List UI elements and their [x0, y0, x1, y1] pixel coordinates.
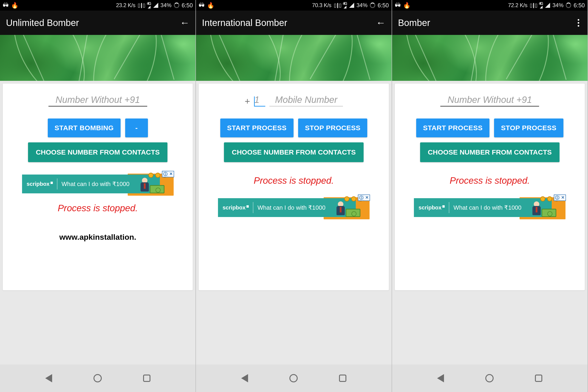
main-card: START PROCESS STOP PROCESS CHOOSE NUMBER… [395, 84, 585, 290]
nav-home-icon[interactable] [290, 374, 298, 382]
nav-recent-icon[interactable] [339, 374, 346, 382]
back-icon[interactable]: ← [180, 17, 190, 28]
nav-home-icon[interactable] [485, 374, 494, 382]
phone-input[interactable] [440, 94, 539, 106]
app-title: Bomber [398, 18, 430, 28]
app-title: Unlimited Bomber [6, 18, 79, 28]
app-bar: Unlimited Bomber ← [0, 10, 196, 35]
ad-choices[interactable]: ⓘ✕ [162, 171, 174, 177]
hero-image [0, 35, 196, 81]
nav-back-icon[interactable] [45, 374, 52, 382]
nav-back-icon[interactable] [241, 374, 248, 382]
ad-banner[interactable]: scripbox What can I do with ₹1000 ⓘ✕ [218, 196, 370, 219]
ad-text: What can I do with ₹1000 [62, 180, 130, 188]
screen-bomber: 🕶 🔥 72.2 K/s ▯❙▯ 4G◢ 34% 6:50 Bomber STA… [392, 0, 588, 392]
app-icon: 🔥 [207, 2, 214, 9]
nav-bar [196, 364, 392, 392]
network-type: 4G◢ [147, 2, 151, 9]
net-speed: 23.2 K/s [116, 2, 135, 8]
ad-logo: scripbox [222, 204, 249, 211]
back-icon[interactable]: ← [376, 17, 386, 28]
start-button[interactable]: START PROCESS [220, 118, 294, 137]
ad-choices[interactable]: ⓘ✕ [554, 194, 566, 201]
clock: 6:50 [378, 2, 389, 9]
incognito-icon: 🕶 [199, 2, 205, 9]
nav-recent-icon[interactable] [143, 374, 150, 382]
clock: 6:50 [182, 2, 193, 9]
network-type: 4G◢ [539, 2, 543, 9]
ad-logo: scripbox [27, 181, 53, 187]
country-code-input[interactable] [254, 94, 265, 106]
hero-image [392, 35, 588, 81]
menu-icon[interactable] [575, 18, 582, 28]
choose-contacts-button[interactable]: CHOOSE NUMBER FROM CONTACTS [28, 142, 168, 162]
incognito-icon: 🕶 [395, 2, 401, 9]
status-text: Process is stopped. [254, 176, 334, 186]
nav-bar [0, 364, 196, 392]
main-card: + START PROCESS STOP PROCESS CHOOSE NUMB… [199, 84, 389, 290]
ad-text: What can I do with ₹1000 [258, 204, 326, 211]
start-button[interactable]: START BOMBING [48, 118, 121, 137]
app-bar: International Bomber ← [196, 10, 392, 35]
vibrate-icon: ▯❙▯ [530, 2, 536, 8]
stop-button[interactable]: STOP PROCESS [298, 118, 368, 137]
status-bar: 🕶 🔥 23.2 K/s ▯❙▯ 4G◢ 34% 6:50 [0, 0, 196, 10]
app-icon: 🔥 [403, 2, 410, 9]
start-button[interactable]: START PROCESS [416, 118, 490, 137]
loading-icon [370, 2, 375, 8]
phone-input[interactable] [48, 94, 147, 106]
ad-choices[interactable]: ⓘ✕ [358, 194, 370, 201]
net-speed: 70.3 K/s [312, 2, 332, 8]
screen-international: 🕶 🔥 70.3 K/s ▯❙▯ 4G◢ 34% 6:50 Internatio… [196, 0, 392, 392]
status-text: Process is stopped. [58, 203, 138, 213]
stop-button[interactable]: STOP PROCESS [494, 118, 564, 137]
status-bar: 🕶 🔥 70.3 K/s ▯❙▯ 4G◢ 34% 6:50 [196, 0, 392, 10]
plus-label: + [244, 96, 250, 106]
battery-text: 34% [356, 2, 368, 8]
main-card: START BOMBING - CHOOSE NUMBER FROM CONTA… [3, 84, 193, 290]
signal-icon [153, 3, 158, 8]
battery-text: 34% [552, 2, 564, 8]
minus-button[interactable]: - [125, 118, 148, 137]
battery-text: 34% [160, 2, 172, 8]
vibrate-icon: ▯❙▯ [138, 2, 144, 8]
vibrate-icon: ▯❙▯ [334, 2, 341, 8]
status-text: Process is stopped. [450, 176, 530, 186]
signal-icon [545, 3, 550, 8]
app-bar: Bomber [392, 10, 588, 35]
status-bar: 🕶 🔥 72.2 K/s ▯❙▯ 4G◢ 34% 6:50 [392, 0, 588, 10]
net-speed: 72.2 K/s [508, 2, 527, 8]
app-icon: 🔥 [11, 2, 18, 9]
screen-unlimited: 🕶 🔥 23.2 K/s ▯❙▯ 4G◢ 34% 6:50 Unlimited … [0, 0, 196, 392]
app-title: International Bomber [202, 18, 287, 28]
nav-home-icon[interactable] [94, 374, 102, 382]
hero-image [196, 35, 392, 81]
phone-input[interactable] [270, 94, 343, 106]
nav-recent-icon[interactable] [535, 374, 542, 382]
ad-logo: scripbox [418, 204, 445, 211]
nav-back-icon[interactable] [437, 374, 444, 382]
ad-banner[interactable]: scripbox What can I do with ₹1000 ⓘ✕ [22, 172, 174, 196]
network-type: 4G◢ [343, 2, 347, 9]
incognito-icon: 🕶 [3, 2, 9, 9]
clock: 6:50 [574, 2, 585, 9]
nav-bar [392, 364, 588, 392]
loading-icon [174, 2, 180, 8]
signal-icon [349, 3, 354, 8]
ad-text: What can I do with ₹1000 [454, 204, 522, 211]
loading-icon [566, 2, 571, 8]
ad-banner[interactable]: scripbox What can I do with ₹1000 ⓘ✕ [414, 196, 566, 219]
choose-contacts-button[interactable]: CHOOSE NUMBER FROM CONTACTS [224, 142, 363, 162]
choose-contacts-button[interactable]: CHOOSE NUMBER FROM CONTACTS [420, 142, 560, 162]
promo-link: www.apkinstallation. [59, 233, 136, 242]
